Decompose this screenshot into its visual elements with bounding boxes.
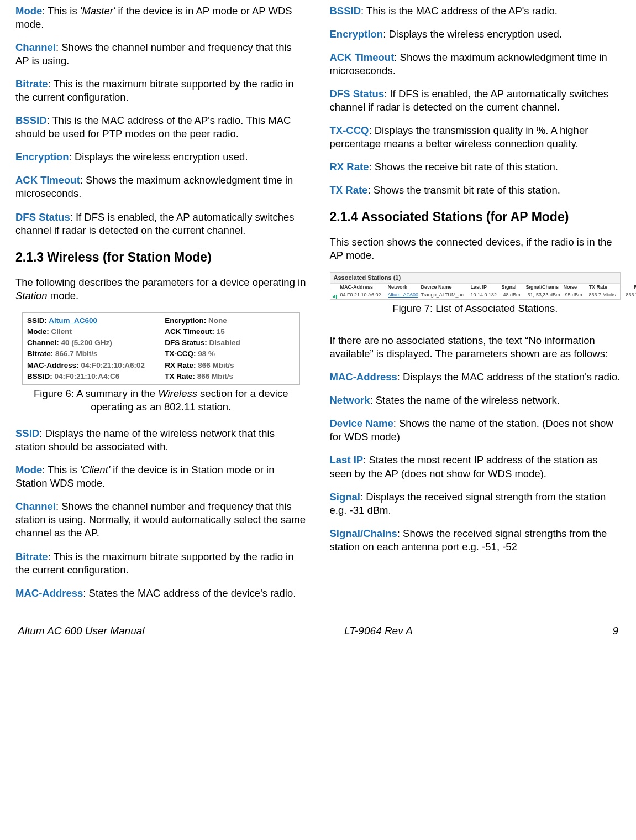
fig-label: Bitrate: bbox=[27, 349, 55, 358]
heading-number: 2.1.4 bbox=[330, 210, 358, 224]
heading-title: Associated Stations (for AP Mode) bbox=[361, 210, 569, 224]
term-label: ACK Timeout bbox=[15, 174, 80, 186]
fig-ssid-link[interactable]: Altum_AC600 bbox=[49, 316, 97, 325]
assoc-title: Associated Stations (1) bbox=[330, 273, 621, 283]
term-text: : Displays the transmission quality in %… bbox=[330, 124, 588, 149]
cell-mac: 04:F0:21:10:A6:02 bbox=[340, 292, 386, 299]
footer-center: LT-9064 Rev A bbox=[344, 624, 413, 638]
def-bssid-sta: BSSID: This is the MAC address of the AP… bbox=[330, 4, 621, 18]
def-channel-ap: Channel: Shows the channel number and fr… bbox=[15, 41, 307, 67]
def-bssid-ap: BSSID: This is the MAC address of the AP… bbox=[15, 114, 307, 140]
col-rxrate: RX Rate bbox=[622, 284, 637, 291]
def-txrate-sta: TX Rate: Shows the transmit bit rate of … bbox=[330, 184, 621, 197]
station-intro: The following describes the parameters f… bbox=[15, 276, 307, 302]
figure-7-box: Associated Stations (1) MAC-Address Netw… bbox=[330, 272, 621, 300]
def-ssid-sta: SSID: Displays the name of the wireless … bbox=[15, 427, 307, 453]
def-encryption-sta: Encryption: Displays the wireless encryp… bbox=[330, 28, 621, 41]
term-label: MAC-Address bbox=[15, 587, 83, 599]
text: If there are no associated stations, the… bbox=[330, 335, 608, 359]
two-column-layout: Mode: This is 'Master' if the device is … bbox=[15, 4, 621, 610]
term-text: : This is the MAC address of the AP's ra… bbox=[15, 114, 291, 139]
term-text: : Shows the receive bit rate of this sta… bbox=[369, 161, 558, 173]
term-text: : Displays the wireless encryption used. bbox=[383, 28, 562, 40]
col-signal: Signal bbox=[502, 284, 524, 291]
term-text: : This is the maximum bitrate supported … bbox=[15, 78, 294, 103]
term-label: ACK Timeout bbox=[330, 51, 395, 63]
fig-row: SSID: Altum_AC600 Encryption: None bbox=[27, 315, 295, 326]
def-mode-sta: Mode: This is 'Client' if the device is … bbox=[15, 463, 307, 490]
fig-label: MAC-Address: bbox=[27, 361, 81, 369]
fig-label: ACK Timeout: bbox=[165, 327, 217, 336]
term-text: : Shows the transmit bit rate of this st… bbox=[367, 184, 560, 196]
fig-value: 866.7 Mbit/s bbox=[55, 349, 98, 358]
fig-value: 04:F0:21:10:A4:C6 bbox=[55, 372, 120, 380]
term-text: : States the name of the wireless networ… bbox=[370, 394, 560, 406]
fig-row: BSSID: 04:F0:21:10:A4:C6 TX Rate: 866 Mb… bbox=[27, 371, 295, 382]
fig-row: MAC-Address: 04:F0:21:10:A6:02 RX Rate: … bbox=[27, 360, 295, 371]
term-label: Signal/Chains bbox=[330, 528, 397, 539]
term-label: DFS Status bbox=[15, 211, 70, 223]
fig-label: Encryption: bbox=[165, 316, 208, 325]
def-assoc-mac: MAC-Address: Displays the MAC address of… bbox=[330, 371, 621, 384]
term-label: Network bbox=[330, 394, 370, 406]
cell-chains: -51,-53,33 dBm bbox=[526, 292, 561, 299]
def-dfs-ap: DFS Status: If DFS is enabled, the AP au… bbox=[15, 211, 307, 237]
caption-text: Figure 6: A summary in the bbox=[34, 388, 158, 399]
col-lastip: Last IP bbox=[471, 284, 500, 291]
def-bitrate-ap: Bitrate: This is the maximum bitrate sup… bbox=[15, 77, 307, 104]
def-bitrate-sta: Bitrate: This is the maximum bitrate sup… bbox=[15, 550, 307, 577]
fig-label: TX-CCQ: bbox=[165, 349, 198, 358]
def-mac-sta: MAC-Address: States the MAC address of t… bbox=[15, 587, 307, 600]
assoc-noinfo: If there are no associated stations, the… bbox=[330, 334, 621, 361]
term-label: BSSID bbox=[15, 114, 47, 126]
def-assoc-lastip: Last IP: States the most recent IP addre… bbox=[330, 453, 621, 480]
col-icon bbox=[333, 284, 338, 291]
term-label: BSSID bbox=[330, 5, 361, 17]
term-text: : Displays the name of the wireless netw… bbox=[15, 427, 275, 452]
term-label: Encryption bbox=[15, 151, 69, 163]
caption-italic: Wireless bbox=[158, 388, 197, 399]
signal-strength-icon bbox=[333, 292, 338, 299]
term-text: : This is the maximum bitrate supported … bbox=[15, 551, 294, 576]
def-assoc-device: Device Name: Shows the name of the stati… bbox=[330, 417, 621, 444]
term-label: Mode bbox=[15, 5, 42, 17]
def-assoc-chains: Signal/Chains: Shows the received signal… bbox=[330, 527, 621, 554]
col-chains: Signal/Chains bbox=[526, 284, 561, 291]
footer-page-number: 9 bbox=[612, 624, 618, 638]
term-text: : Shows the channel number and frequency… bbox=[15, 500, 306, 539]
def-ack-ap: ACK Timeout: Shows the maximum acknowled… bbox=[15, 174, 307, 200]
heading-title: Wireless (for Station Mode) bbox=[47, 250, 212, 264]
fig-label: BSSID: bbox=[27, 372, 55, 380]
term-label: Device Name bbox=[330, 418, 393, 429]
fig-value: 04:F0:21:10:A6:02 bbox=[81, 361, 145, 369]
def-dfs-sta: DFS Status: If DFS is enabled, the AP au… bbox=[330, 87, 621, 114]
heading-number: 2.1.3 bbox=[15, 250, 44, 264]
col-noise: Noise bbox=[564, 284, 587, 291]
fig-label: RX Rate: bbox=[165, 361, 198, 369]
cell-device: Trango_ALTUM_ac bbox=[421, 292, 469, 299]
term-text: : Displays the MAC address of the statio… bbox=[397, 371, 621, 383]
text: The following describes the parameters f… bbox=[15, 276, 306, 288]
term-label: SSID bbox=[15, 427, 39, 439]
term-label: Mode bbox=[15, 464, 42, 476]
fig-value: None bbox=[208, 316, 227, 325]
fig-label: Mode: bbox=[27, 327, 51, 336]
cell-network-link[interactable]: Altum_AC600 bbox=[388, 292, 419, 299]
fig-value: 40 (5.200 GHz) bbox=[61, 338, 112, 347]
term-italic: 'Client' bbox=[80, 464, 110, 476]
fig-value: 866 Mbit/s bbox=[197, 372, 233, 380]
fig-value: 98 % bbox=[198, 349, 215, 358]
text: This section shows the connected devices… bbox=[330, 236, 612, 261]
def-channel-sta: Channel: Shows the channel number and fr… bbox=[15, 500, 307, 540]
term-text: : Shows the channel number and frequency… bbox=[15, 41, 292, 66]
fig-value: 15 bbox=[217, 327, 225, 336]
figure-6-box: SSID: Altum_AC600 Encryption: None Mode:… bbox=[22, 312, 300, 385]
term-label: Encryption bbox=[330, 28, 383, 40]
col-txrate: TX Rate bbox=[589, 284, 620, 291]
def-rxrate-sta: RX Rate: Shows the receive bit rate of t… bbox=[330, 160, 621, 174]
def-assoc-signal: Signal: Displays the received signal str… bbox=[330, 491, 621, 517]
caption-text: Figure 7: List of Associated Stations. bbox=[392, 302, 558, 314]
term-text: : States the most recent IP address of t… bbox=[330, 454, 598, 479]
right-column: BSSID: This is the MAC address of the AP… bbox=[330, 4, 621, 610]
def-txccq-sta: TX-CCQ: Displays the transmission qualit… bbox=[330, 124, 621, 150]
